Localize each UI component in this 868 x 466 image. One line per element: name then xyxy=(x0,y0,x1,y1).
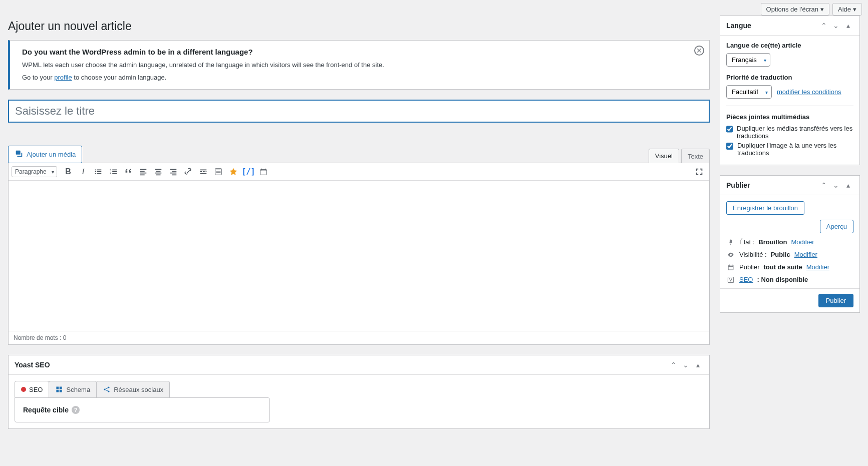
seo-status-dot-icon xyxy=(21,387,26,392)
visibility-label: Visibilité : xyxy=(739,251,767,258)
edit-state-link[interactable]: Modifier xyxy=(791,238,814,246)
schedule-value: tout de suite xyxy=(763,263,802,271)
box-toggle-button[interactable]: ▴ xyxy=(692,359,703,370)
pin-icon xyxy=(726,239,735,246)
grid-icon xyxy=(55,385,63,393)
seo-value: : Non disponible xyxy=(757,276,808,283)
triangle-up-icon: ▴ xyxy=(846,22,850,30)
chevron-down-icon: ⌄ xyxy=(833,181,839,189)
editor-tab-visual[interactable]: Visuel xyxy=(649,149,679,163)
calendar-icon xyxy=(726,264,735,271)
visibility-value: Public xyxy=(771,251,790,258)
language-label: Langue de ce(tte) article xyxy=(726,42,853,49)
schedule-label: Publier xyxy=(739,263,759,271)
publish-box-title: Publier xyxy=(726,181,750,189)
add-media-label: Ajouter un média xyxy=(27,151,76,158)
yoast-box-title: Yoast SEO xyxy=(15,361,50,369)
ordered-list-button[interactable] xyxy=(106,165,120,179)
svg-rect-2 xyxy=(260,170,267,175)
align-center-button[interactable] xyxy=(151,165,165,179)
editor-tab-text[interactable]: Texte xyxy=(681,149,710,163)
state-value: Brouillon xyxy=(758,238,787,246)
close-icon: ✕ xyxy=(696,47,702,55)
svg-point-3 xyxy=(104,388,106,390)
box-move-up-button[interactable]: ⌃ xyxy=(668,359,679,370)
post-title-input[interactable] xyxy=(8,100,710,123)
publish-button[interactable]: Publier xyxy=(818,294,853,307)
format-select[interactable]: Paragraphe xyxy=(12,166,57,177)
box-move-up-button[interactable]: ⌃ xyxy=(818,180,829,191)
italic-button[interactable]: I xyxy=(76,165,90,179)
chevron-up-icon: ⌃ xyxy=(671,361,677,369)
yoast-icon xyxy=(726,276,735,283)
priority-select[interactable]: Facultatif xyxy=(726,85,772,99)
box-move-down-button[interactable]: ⌄ xyxy=(830,180,841,191)
yoast-tab-social[interactable]: Réseaux sociaux xyxy=(96,381,170,397)
attachments-heading: Pièces jointes multimédias xyxy=(726,113,853,121)
align-left-button[interactable] xyxy=(136,165,150,179)
edit-schedule-link[interactable]: Modifier xyxy=(806,263,829,271)
preview-button[interactable]: Aperçu xyxy=(820,220,853,233)
shortcode-button[interactable]: [/] xyxy=(241,165,255,179)
duplicate-media-label: Dupliquer les médias transférés vers les… xyxy=(737,125,853,140)
duplicate-media-checkbox[interactable] xyxy=(726,125,733,133)
yoast-tab-seo[interactable]: SEO xyxy=(15,381,49,397)
calendar-button[interactable] xyxy=(256,165,270,179)
language-box: Langue ⌃ ⌄ ▴ Langue de ce(tte) article F… xyxy=(720,16,860,165)
dismiss-notice-button[interactable]: ✕ xyxy=(694,46,704,56)
svg-point-0 xyxy=(17,152,18,153)
word-count: Nombre de mots : 0 xyxy=(9,331,709,344)
screen-options-button[interactable]: Options de l'écran ▾ xyxy=(761,3,829,16)
box-toggle-button[interactable]: ▴ xyxy=(842,180,853,191)
chevron-down-icon: ⌄ xyxy=(683,361,689,369)
toolbar-toggle-button[interactable] xyxy=(211,165,225,179)
triangle-up-icon: ▴ xyxy=(696,361,700,369)
star-button[interactable] xyxy=(226,165,240,179)
box-move-down-button[interactable]: ⌄ xyxy=(830,20,841,31)
state-label: État : xyxy=(739,238,754,246)
seo-link[interactable]: SEO xyxy=(739,276,753,283)
editor-container: Paragraphe B I xyxy=(8,163,710,345)
more-button[interactable] xyxy=(196,165,210,179)
duplicate-featured-label: Dupliquer l'image à la une vers les trad… xyxy=(737,142,853,157)
save-draft-button[interactable]: Enregistrer le brouillon xyxy=(726,201,804,215)
fullscreen-button[interactable] xyxy=(692,165,706,179)
screen-options-label: Options de l'écran xyxy=(766,6,818,13)
box-toggle-button[interactable]: ▴ xyxy=(842,20,853,31)
bullet-list-button[interactable] xyxy=(91,165,105,179)
notice-line1: WPML lets each user choose the admin lan… xyxy=(22,61,697,69)
wpml-notice: ✕ Do you want the WordPress admin to be … xyxy=(8,40,710,90)
triangle-up-icon: ▴ xyxy=(846,181,850,189)
notice-heading: Do you want the WordPress admin to be in… xyxy=(22,48,697,56)
add-media-button[interactable]: Ajouter un média xyxy=(8,146,82,163)
modify-conditions-link[interactable]: modifier les conditions xyxy=(777,88,841,96)
publish-box: Publier ⌃ ⌄ ▴ Enregistrer le brouillon A… xyxy=(720,175,860,313)
yoast-tab-schema[interactable]: Schema xyxy=(49,381,97,397)
media-icon xyxy=(15,149,24,160)
editor-content[interactable] xyxy=(9,181,709,331)
profile-link[interactable]: profile xyxy=(54,74,72,81)
duplicate-featured-checkbox[interactable] xyxy=(726,142,733,150)
bold-button[interactable]: B xyxy=(61,165,75,179)
link-button[interactable] xyxy=(181,165,195,179)
chevron-up-icon: ⌃ xyxy=(821,181,827,189)
help-button[interactable]: Aide ▾ xyxy=(832,3,862,16)
box-move-down-button[interactable]: ⌄ xyxy=(680,359,691,370)
blockquote-button[interactable] xyxy=(121,165,135,179)
language-box-title: Langue xyxy=(726,22,751,30)
chevron-down-icon: ⌄ xyxy=(833,22,839,30)
align-right-button[interactable] xyxy=(166,165,180,179)
svg-rect-6 xyxy=(728,265,733,269)
notice-line2: Go to your profile to choose your admin … xyxy=(22,74,697,81)
yoast-seo-box: Yoast SEO ⌃ ⌄ ▴ SEO Schema xyxy=(8,355,710,429)
eye-icon xyxy=(726,251,735,258)
box-move-up-button[interactable]: ⌃ xyxy=(818,20,829,31)
dropdown-icon: ▾ xyxy=(853,6,856,13)
share-icon xyxy=(103,385,111,393)
help-icon[interactable]: ? xyxy=(72,406,80,414)
svg-rect-1 xyxy=(215,169,222,175)
language-select[interactable]: Français xyxy=(726,53,770,67)
editor-toolbar: Paragraphe B I xyxy=(9,163,709,181)
edit-visibility-link[interactable]: Modifier xyxy=(794,251,817,258)
dropdown-icon: ▾ xyxy=(820,6,824,13)
